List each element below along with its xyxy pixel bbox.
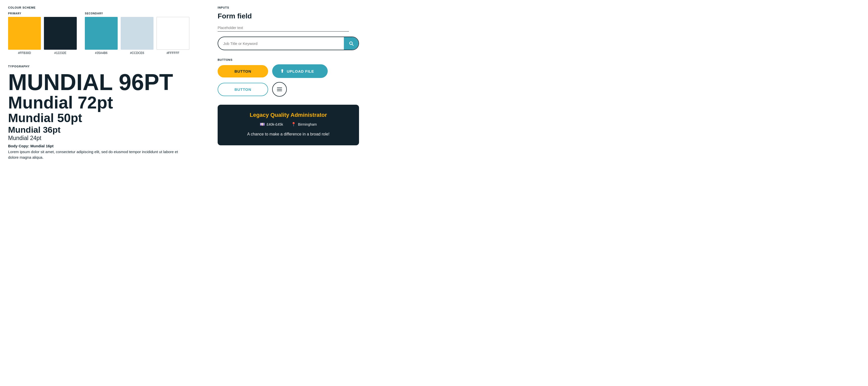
primary-swatches: #FFB30D #12232E <box>8 17 77 55</box>
hex-35a4b6: #35A4B6 <box>95 51 107 55</box>
hex-12232e: #12232E <box>54 51 66 55</box>
placeholder-input[interactable] <box>218 24 349 32</box>
primary-group: PRIMARY #FFB30D #12232E <box>8 12 77 55</box>
colour-groups: PRIMARY #FFB30D #12232E SECOND <box>8 12 197 55</box>
colour-scheme-label: COLOUR SCHEME <box>8 6 197 9</box>
job-card-description: A chance to make a difference in a broad… <box>226 131 351 137</box>
type-72: Mundial 72pt <box>8 94 197 111</box>
swatch-teal <box>85 17 118 50</box>
swatch-dark <box>44 17 77 50</box>
inputs-section: INPUTS Form field <box>218 6 412 50</box>
hex-ccdce6: #CCDCE6 <box>130 51 144 55</box>
body-label: Body Copy: Mundial 16pt <box>8 144 197 148</box>
buttons-row-2: BUTTON <box>218 82 412 97</box>
job-card: Legacy Quality Administrator 💷 £40k-£45k… <box>218 105 359 145</box>
search-input[interactable] <box>218 38 344 49</box>
primary-button[interactable]: BUTTON <box>218 65 268 77</box>
secondary-label: SECONDARY <box>85 12 189 15</box>
buttons-row-1: BUTTON ⬆ UPLOAD FILE <box>218 64 412 78</box>
type-24: Mundial 24pt <box>8 135 197 142</box>
hamburger-line-2 <box>277 89 282 90</box>
right-panel: INPUTS Form field BUTTONS BUTTON <box>213 6 412 170</box>
upload-icon: ⬆ <box>280 68 284 74</box>
upload-button[interactable]: ⬆ UPLOAD FILE <box>272 64 328 78</box>
swatch-white <box>157 17 189 50</box>
swatch-light-blue <box>121 17 154 50</box>
swatch-12232e: #12232E <box>44 17 77 55</box>
hex-ffb30d: #FFB30D <box>18 51 31 55</box>
body-copy: Lorem ipsum dolor sit amet, consectetur … <box>8 149 185 160</box>
search-icon <box>348 41 354 46</box>
type-96: MUNDIAL 96PT <box>8 71 197 94</box>
hex-ffffff: #FFFFFF <box>167 51 180 55</box>
search-field-wrapper <box>218 37 359 50</box>
location-icon: 📍 <box>291 122 296 127</box>
inputs-label: INPUTS <box>218 6 412 9</box>
job-location: 📍 Birmingham <box>291 122 317 127</box>
job-salary: 💷 £40k-£45k <box>260 122 283 127</box>
type-50: Mundial 50pt <box>8 111 197 125</box>
job-card-title: Legacy Quality Administrator <box>226 112 351 118</box>
buttons-section: BUTTONS BUTTON ⬆ UPLOAD FILE BUTTON <box>218 58 412 97</box>
swatch-35a4b6: #35A4B6 <box>85 17 118 55</box>
menu-circle-button[interactable] <box>272 82 287 97</box>
type-36: Mundial 36pt <box>8 125 197 135</box>
salary-value: £40k-£45k <box>267 122 283 126</box>
left-panel: COLOUR SCHEME PRIMARY #FFB30D #12232E <box>8 6 213 170</box>
location-value: Birmingham <box>298 122 317 126</box>
secondary-group: SECONDARY #35A4B6 #CCDCE6 #FFFFFF <box>85 12 189 55</box>
hamburger-icon <box>277 88 282 91</box>
upload-button-label: UPLOAD FILE <box>287 69 314 73</box>
swatch-ffb30d: #FFB30D <box>8 17 41 55</box>
buttons-label: BUTTONS <box>218 58 412 61</box>
swatch-yellow <box>8 17 41 50</box>
salary-icon: 💷 <box>260 122 265 127</box>
simple-form-field <box>218 24 412 32</box>
swatch-ccdce6: #CCDCE6 <box>121 17 154 55</box>
job-card-meta: 💷 £40k-£45k 📍 Birmingham <box>226 122 351 127</box>
colour-scheme-section: COLOUR SCHEME PRIMARY #FFB30D #12232E <box>8 6 197 55</box>
typography-section: TYPOGRAPHY MUNDIAL 96PT Mundial 72pt Mun… <box>8 65 197 160</box>
swatch-ffffff: #FFFFFF <box>157 17 189 55</box>
hamburger-line-3 <box>277 91 282 91</box>
primary-label: PRIMARY <box>8 12 77 15</box>
secondary-swatches: #35A4B6 #CCDCE6 #FFFFFF <box>85 17 189 55</box>
typography-label: TYPOGRAPHY <box>8 65 197 68</box>
search-button[interactable] <box>344 37 359 50</box>
form-field-title: Form field <box>218 12 412 20</box>
hamburger-line-1 <box>277 88 282 88</box>
outline-button[interactable]: BUTTON <box>218 83 268 96</box>
